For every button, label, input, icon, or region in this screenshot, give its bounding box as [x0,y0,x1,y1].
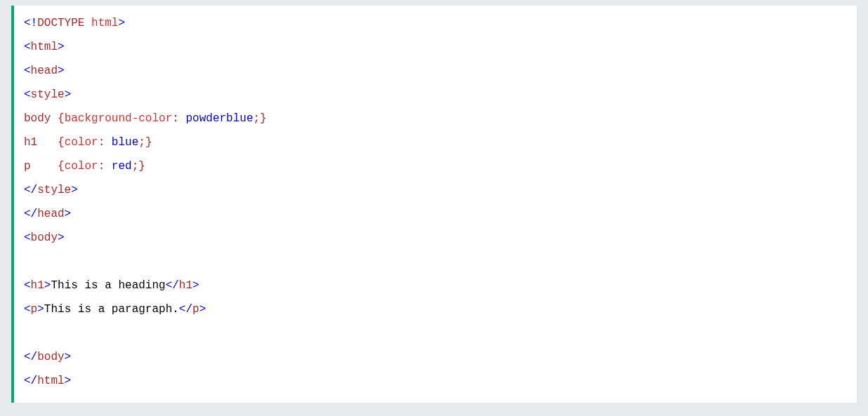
tag-name: p [31,303,38,316]
angle-bracket: <! [24,17,37,29]
tag-name: html [37,375,64,387]
tag-name: html [31,41,58,53]
angle-bracket: </ [24,184,37,196]
semicolon: ; [138,136,145,149]
colon: : [98,136,105,149]
angle-bracket: > [118,17,125,29]
angle-bracket: > [65,208,72,220]
css-prop: background-color [65,112,173,125]
css-prop: color [65,160,98,173]
css-selector: body [24,112,58,125]
angle-bracket: < [24,303,31,316]
tag-name: body [37,351,64,363]
brace: { [58,112,65,125]
tag-name: style [31,88,65,101]
brace: { [58,160,65,173]
blank-line [24,321,847,345]
doctype-kw: html [91,17,118,29]
angle-bracket: > [37,303,44,316]
css-value: powderblue [185,112,253,125]
colon: : [172,112,179,125]
code-line: <style> [24,83,847,107]
tag-name: style [37,184,71,196]
angle-bracket: > [65,88,72,101]
angle-bracket: > [44,279,51,292]
angle-bracket: > [192,279,199,292]
code-line: <head> [24,59,847,83]
code-line: </head> [24,202,847,226]
angle-bracket: > [71,184,78,196]
semicolon: ; [132,160,139,173]
code-line: <p>This is a paragraph.</p> [24,297,847,321]
tag-name: body [31,232,58,244]
angle-bracket: < [24,88,31,101]
css-selector: p [24,160,58,173]
css-prop: color [65,136,98,149]
brace: { [58,136,65,149]
angle-bracket: > [199,303,206,316]
space [105,136,112,149]
code-line: <body> [24,226,847,250]
angle-bracket: < [24,232,31,244]
code-line: h1 {color: blue;} [24,130,847,154]
tag-name: h1 [179,279,192,292]
angle-bracket: </ [24,351,37,363]
angle-bracket: < [24,65,31,77]
text-content: This is a paragraph. [44,303,179,316]
brace: } [145,136,152,149]
css-selector: h1 [24,136,58,149]
tag-name: h1 [31,279,44,292]
code-line: p {color: red;} [24,154,847,178]
space [84,17,91,29]
colon: : [98,160,105,173]
tag-name: head [37,208,64,220]
brace: } [138,160,145,173]
text-content: This is a heading [51,279,165,292]
angle-bracket: > [65,375,72,387]
angle-bracket: < [24,41,31,53]
tag-name: head [31,65,58,77]
angle-bracket: </ [166,279,179,292]
css-value: red [112,160,132,173]
brace: } [260,112,267,125]
angle-bracket: > [65,351,72,363]
doctype-name: DOCTYPE [37,17,84,29]
css-value: blue [112,136,138,149]
tag-name: p [192,303,199,316]
semicolon: ; [253,112,260,125]
code-block: <!DOCTYPE html> <html> <head> <style> bo… [11,6,857,403]
angle-bracket: > [58,65,65,77]
code-line: </body> [24,345,847,369]
code-line: </html> [24,369,847,393]
code-line: <h1>This is a heading</h1> [24,274,847,297]
angle-bracket: </ [24,375,37,387]
angle-bracket: > [58,41,65,53]
code-line: </style> [24,178,847,202]
angle-bracket: < [24,279,31,292]
code-line: body {background-color: powderblue;} [24,107,847,130]
code-line: <html> [24,35,847,59]
angle-bracket: </ [24,208,37,220]
angle-bracket: > [58,232,65,244]
blank-line [24,250,847,274]
space [105,160,112,173]
angle-bracket: </ [179,303,192,316]
code-line: <!DOCTYPE html> [24,11,847,35]
